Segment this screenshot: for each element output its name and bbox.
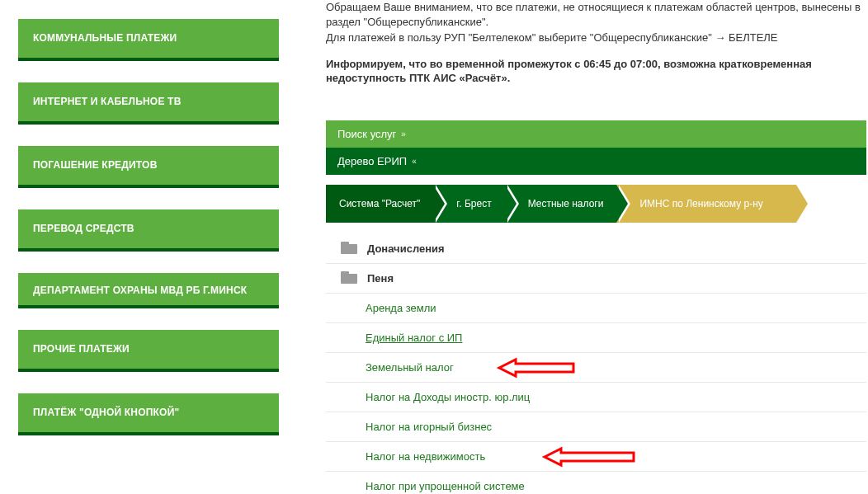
breadcrumb: Система "Расчет" г. Брест Местные налоги… [326, 185, 866, 223]
sidebar-item-utilities[interactable]: КОММУНАЛЬНЫЕ ПЛАТЕЖИ [18, 19, 279, 61]
services-list: Доначисления Пеня Аренда земли Единый на… [326, 234, 866, 494]
list-item: Земельный налог [326, 353, 866, 383]
chevron-down-icon: » [401, 129, 406, 139]
folder-label: Пеня [367, 272, 394, 285]
sidebar-item-internet-tv[interactable]: ИНТЕРНЕТ И КАБЕЛЬНОЕ ТВ [18, 82, 279, 125]
sidebar-item-security-dept[interactable]: ДЕПАРТАМЕНТ ОХРАНЫ МВД РБ Г.МИНСК [18, 273, 279, 308]
sidebar-item-loan-repayment[interactable]: ПОГАШЕНИЕ КРЕДИТОВ [18, 146, 279, 188]
sidebar-item-other-payments[interactable]: ПРОЧИЕ ПЛАТЕЖИ [18, 330, 279, 372]
annotation-arrow-icon [528, 442, 644, 472]
svg-marker-0 [499, 360, 573, 376]
folder-icon [341, 272, 357, 284]
notice-block: Обращаем Ваше вниманием, что все платежи… [326, 0, 866, 86]
notice-line: Для платежей в пользу РУП "Белтелеком" в… [326, 31, 863, 45]
service-link-single-tax-ip[interactable]: Единый налог с ИП [366, 332, 462, 344]
folder-label: Доначисления [367, 242, 445, 255]
list-item: Единый налог с ИП [326, 323, 866, 353]
breadcrumb-item-imns[interactable]: ИМНС по Ленинскому р-ну [616, 185, 795, 223]
sidebar-item-label: ПЕРЕВОД СРЕДСТВ [33, 223, 134, 234]
sidebar-item-label: ПРОЧИЕ ПЛАТЕЖИ [33, 343, 130, 355]
sidebar-item-label: ИНТЕРНЕТ И КАБЕЛЬНОЕ ТВ [33, 96, 182, 107]
panel-erip-tree[interactable]: Дерево ЕРИП « [326, 148, 866, 175]
service-link-simplified-tax[interactable]: Налог при упрощенной системе [366, 480, 525, 492]
sidebar-item-label: КОММУНАЛЬНЫЕ ПЛАТЕЖИ [33, 32, 177, 44]
chevron-up-icon: « [412, 157, 417, 166]
service-link-real-estate-tax[interactable]: Налог на недвижимость [366, 450, 485, 463]
breadcrumb-item-local-tax[interactable]: Местные налоги [505, 185, 617, 223]
list-item: Аренда земли [326, 294, 866, 323]
notice-bold: Информируем, что во временной промежуток… [326, 57, 863, 86]
list-item: Налог на недвижимость [326, 442, 866, 472]
notice-line: Обращаем Ваше вниманием, что все платежи… [326, 0, 863, 29]
sidebar-item-money-transfer[interactable]: ПЕРЕВОД СРЕДСТВ [18, 209, 279, 252]
list-item: Налог на игорный бизнес [326, 412, 866, 442]
breadcrumb-label: Система "Расчет" [339, 198, 420, 209]
sidebar: КОММУНАЛЬНЫЕ ПЛАТЕЖИ ИНТЕРНЕТ И КАБЕЛЬНО… [18, 19, 279, 457]
service-link-land-lease[interactable]: Аренда земли [366, 302, 436, 314]
list-item: Налог на Доходы иностр. юр.лиц [326, 383, 866, 412]
annotation-arrow-icon [483, 353, 582, 383]
main-content: Обращаем Ваше вниманием, что все платежи… [326, 0, 866, 494]
service-link-foreign-income-tax[interactable]: Налог на Доходы иностр. юр.лиц [366, 391, 530, 403]
breadcrumb-item-system[interactable]: Система "Расчет" [326, 185, 433, 223]
sidebar-item-label: ПЛАТЁЖ "ОДНОЙ КНОПКОЙ" [33, 407, 179, 418]
list-folder[interactable]: Пеня [326, 264, 866, 294]
breadcrumb-label: Местные налоги [528, 198, 604, 209]
folder-icon [341, 242, 357, 254]
breadcrumb-label: ИМНС по Ленинскому р-ну [639, 198, 762, 209]
list-item: Налог при упрощенной системе [326, 472, 866, 494]
breadcrumb-label: г. Брест [456, 198, 491, 209]
panel-search-services[interactable]: Поиск услуг » [326, 120, 866, 148]
list-folder[interactable]: Доначисления [326, 234, 866, 264]
services-panel: Поиск услуг » Дерево ЕРИП « Система "Рас… [326, 120, 866, 494]
service-link-land-tax[interactable]: Земельный налог [366, 361, 454, 374]
service-link-gambling-tax[interactable]: Налог на игорный бизнес [366, 421, 492, 433]
sidebar-item-label: ПОГАШЕНИЕ КРЕДИТОВ [33, 159, 158, 171]
svg-marker-1 [545, 449, 634, 465]
sidebar-item-label: ДЕПАРТАМЕНТ ОХРАНЫ МВД РБ Г.МИНСК [33, 285, 247, 296]
panel-label: Поиск услуг [337, 128, 396, 140]
panel-label: Дерево ЕРИП [337, 155, 407, 167]
sidebar-item-one-button-payment[interactable]: ПЛАТЁЖ "ОДНОЙ КНОПКОЙ" [18, 393, 279, 435]
